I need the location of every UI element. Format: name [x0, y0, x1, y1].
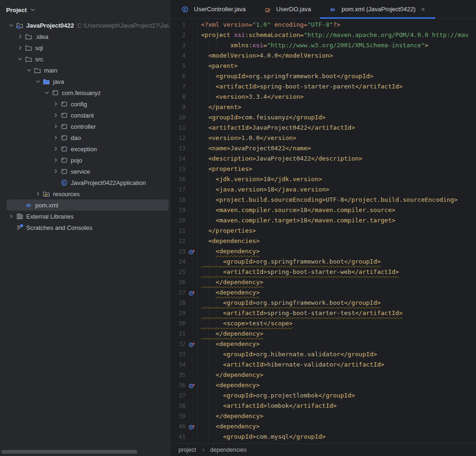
tree-item-controller[interactable]: controller	[0, 121, 169, 132]
line-number: 18	[171, 195, 186, 205]
tree-item-config[interactable]: config	[0, 98, 169, 110]
resources-folder-icon	[43, 190, 52, 198]
line-number: 19	[171, 205, 186, 215]
tree-item-external-libraries[interactable]: External Libraries	[0, 211, 169, 222]
tree-item-label: dao	[71, 134, 81, 141]
tree-item-resources[interactable]: resources	[0, 188, 169, 199]
code-text: <artifactId>JavaProject0422</artifactId>	[197, 123, 355, 133]
code-line: 20 <maven.compiler.target>18</maven.comp…	[171, 215, 476, 226]
tree-item-label: JavaProject0422Application	[71, 179, 146, 186]
chevron-right-icon[interactable]	[15, 33, 25, 40]
code-line: 3 xmlns:xsi="http://www.w3.org/2001/XMLS…	[171, 40, 476, 51]
code-text: <artifactId>lombok</artifactId>	[197, 401, 337, 411]
java-file-icon	[264, 6, 273, 13]
breadcrumb-item-dependencies[interactable]: dependencies	[210, 447, 247, 453]
dependency-update-gutter-icon[interactable]	[186, 246, 197, 257]
tree-item-label: constant	[71, 112, 94, 119]
breadcrumb-item-project[interactable]: project	[178, 447, 196, 453]
class-icon: C	[60, 179, 70, 186]
chevron-down-icon[interactable]	[15, 55, 25, 63]
chevron-right-icon[interactable]	[51, 134, 60, 141]
folder-icon	[25, 44, 34, 51]
tab-pom-xml-javaproject0422[interactable]: mpom.xml (JavaProject0422)	[320, 0, 435, 18]
chevron-right-icon[interactable]	[51, 100, 60, 108]
tree-item-scratches-and-consoles[interactable]: Scratches and Consoles	[0, 222, 169, 233]
line-number: 31	[171, 329, 186, 339]
tree-item-javaproject0422application[interactable]: CJavaProject0422Application	[0, 177, 169, 188]
line-number: 8	[171, 92, 186, 102]
chevron-right-icon[interactable]	[33, 190, 43, 198]
tree-item-pojo[interactable]: pojo	[0, 154, 169, 166]
code-text: </parent>	[197, 102, 241, 112]
tree-item-dao[interactable]: dao	[0, 132, 169, 143]
tree-item-label: .idea	[35, 33, 48, 40]
tree-item-src[interactable]: src	[0, 53, 169, 65]
code-text: <description>JavaProject0422</descriptio…	[197, 154, 362, 164]
folder-icon	[25, 33, 34, 40]
dependency-update-gutter-icon[interactable]	[186, 380, 197, 390]
code-line: 38 <artifactId>lombok</artifactId>	[171, 401, 476, 411]
tree-item-sql[interactable]: sql	[0, 42, 169, 53]
code-line: 12 <version>1.0.0</version>	[171, 133, 476, 143]
line-number: 25	[171, 267, 186, 277]
editor[interactable]: 1<?xml version="1.0" encoding="UTF-8"?>2…	[171, 19, 476, 444]
chevron-right-icon[interactable]	[51, 156, 60, 164]
chevron-down-icon[interactable]	[24, 66, 34, 74]
dependency-update-gutter-icon[interactable]	[186, 287, 197, 298]
line-number: 15	[171, 164, 186, 174]
line-number: 12	[171, 133, 186, 143]
code-text: <groupId>org.springframework.boot</group…	[197, 71, 373, 81]
line-number: 5	[171, 61, 186, 71]
dependency-update-gutter-icon[interactable]	[186, 421, 197, 432]
code-line: 21 </properties>	[171, 226, 476, 236]
line-number: 23	[171, 246, 186, 257]
code-line: 27 <dependency>	[171, 287, 476, 298]
code-text: <project.build.sourceEncoding>UTF-8</pro…	[197, 195, 458, 205]
project-panel-header[interactable]: Project	[0, 0, 171, 20]
code-line: 35 </dependency>	[171, 370, 476, 380]
tree-item-pom-xml[interactable]: mpom.xml	[7, 199, 169, 211]
maven-icon: m	[25, 201, 34, 209]
tree-item-java[interactable]: java	[0, 76, 169, 87]
code-text: </dependency>	[197, 370, 263, 380]
chevron-right-icon[interactable]	[51, 123, 60, 130]
code-text: <groupId>com.feisuanyz</groupId>	[197, 112, 326, 123]
chevron-right-icon[interactable]	[51, 145, 60, 153]
project-panel-title: Project	[6, 7, 27, 14]
chevron-down-icon[interactable]	[42, 89, 52, 96]
panel-horizontal-scrollbar[interactable]	[1, 450, 137, 454]
tree-item-label: resources	[53, 191, 80, 198]
line-number: 20	[171, 215, 186, 226]
code-text: <dependency>	[197, 287, 260, 298]
code-text: <dependency>	[197, 380, 260, 390]
chevron-right-icon[interactable]	[51, 111, 60, 119]
code-text: <dependency>	[197, 421, 260, 432]
code-line: 18 <project.build.sourceEncoding>UTF-8</…	[171, 195, 476, 205]
chevron-right-icon[interactable]	[51, 168, 60, 175]
tree-item-com-feisuanyz[interactable]: com.feisuanyz	[0, 87, 169, 98]
close-icon[interactable]	[420, 6, 426, 13]
svg-text:C: C	[184, 7, 186, 12]
chevron-right-icon[interactable]	[7, 213, 16, 220]
tree-item-exception[interactable]: exception	[0, 143, 169, 154]
tree-item-constant[interactable]: constant	[0, 110, 169, 121]
chevron-down-icon[interactable]	[7, 22, 16, 29]
dependency-update-gutter-icon[interactable]	[186, 339, 197, 349]
code-line: 13 <name>JavaProject0422</name>	[171, 143, 476, 154]
tree-item-idea[interactable]: .idea	[0, 31, 169, 42]
code-line: 2<project xsi:schemaLocation="http://mav…	[171, 30, 476, 40]
package-icon	[60, 145, 70, 153]
tab-userdo-java[interactable]: UserDO.java	[255, 0, 320, 18]
code-line: 30 <scope>test</scope>	[171, 318, 476, 329]
chevron-down-icon[interactable]	[33, 78, 43, 85]
tree-item-service[interactable]: service	[0, 166, 169, 177]
tree-item-main[interactable]: main	[0, 65, 169, 76]
tab-usercontroller-java[interactable]: CUserController.java	[172, 0, 255, 18]
code-line: 36 <dependency>	[171, 380, 476, 390]
tab-label: UserDO.java	[276, 6, 311, 13]
tree-item-javaproject0422[interactable]: JavaProject0422C:\Users\weiph\JavaProjec…	[0, 20, 169, 31]
code-line: 25 <artifactId>spring-boot-starter-web</…	[171, 267, 476, 277]
chevron-right-icon[interactable]	[15, 44, 25, 51]
tree-item-path: C:\Users\weiph\JavaProject27\Java	[77, 22, 169, 29]
line-number: 13	[171, 143, 186, 154]
